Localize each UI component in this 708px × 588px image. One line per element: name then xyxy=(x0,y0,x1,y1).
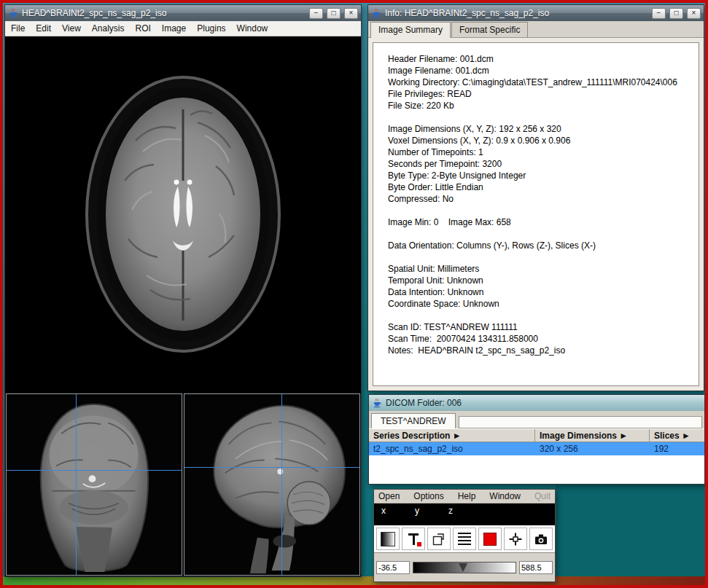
coronal-brain-mri xyxy=(7,394,182,575)
axis-label-z: z xyxy=(448,506,453,516)
coordinate-readout: x y z xyxy=(374,503,555,525)
info-tabbar: Image Summary Format Specific xyxy=(368,21,704,38)
info-line: File Size: 220 Kb xyxy=(388,100,696,111)
maximize-button[interactable]: □ xyxy=(327,8,341,19)
info-line: File Privileges: READ xyxy=(388,88,696,100)
info-line: Data Intention: Unknown xyxy=(388,286,696,298)
menu-options[interactable]: Options xyxy=(413,491,443,501)
camera-button[interactable] xyxy=(529,528,553,550)
tab-format-specific[interactable]: Format Specific xyxy=(451,22,528,37)
image-flip-icon xyxy=(432,532,446,546)
close-button[interactable]: × xyxy=(344,8,358,19)
image-window-titlebar[interactable]: HEAD^BRAINt2_spc_ns_sag_p2_iso − □ × xyxy=(5,5,361,21)
maximize-button[interactable]: □ xyxy=(669,8,683,19)
minimize-button[interactable]: − xyxy=(652,8,666,19)
column-image-dimensions[interactable]: Image Dimensions ► xyxy=(535,429,650,442)
close-button[interactable]: × xyxy=(687,8,701,19)
info-line: Temporal Unit: Unknown xyxy=(388,275,696,286)
series-table-header: Series Description ► Image Dimensions ► … xyxy=(369,428,704,442)
crosshair-horizontal xyxy=(184,467,359,468)
tab-image-summary[interactable]: Image Summary xyxy=(370,22,451,38)
menu-roi[interactable]: ROI xyxy=(136,23,151,34)
info-line xyxy=(388,251,696,263)
info-line: Header Filename: 001.dcm xyxy=(388,53,696,65)
axis-label-y: y xyxy=(415,506,419,516)
text-color-dot xyxy=(417,542,421,546)
menu-analysis[interactable]: Analysis xyxy=(92,23,125,34)
menu-lines-icon xyxy=(458,533,471,545)
menu-window[interactable]: Window xyxy=(489,491,521,501)
info-line: Scan Time: 20070424 134311.858000 xyxy=(388,333,696,345)
paint-color-button[interactable] xyxy=(478,528,502,550)
max-intensity-input[interactable] xyxy=(519,561,553,574)
info-line: Image Min: 0 Image Max: 658 xyxy=(388,216,696,228)
column-slices[interactable]: Slices ► xyxy=(650,429,704,442)
tab-test-andrew[interactable]: TEST^ANDREW xyxy=(371,413,456,428)
image-flip-button[interactable] xyxy=(427,528,451,550)
center-crosshair-icon xyxy=(508,532,523,546)
info-line: Working Directory: C:\imaging\data\TEST_… xyxy=(388,77,696,88)
orthogonal-views xyxy=(5,393,361,576)
center-crosshair-button[interactable] xyxy=(504,528,527,550)
desktop: HEAD^BRAINt2_spc_ns_sag_p2_iso − □ × Fil… xyxy=(0,0,708,588)
menu-file[interactable]: File xyxy=(11,23,25,34)
series-table-empty-area xyxy=(369,455,704,484)
menu-edit[interactable]: Edit xyxy=(36,23,51,34)
info-line xyxy=(388,310,696,321)
menu-open[interactable]: Open xyxy=(378,491,400,501)
intensity-slider[interactable] xyxy=(413,562,516,573)
info-line xyxy=(388,228,696,240)
dicom-tabbar: TEST^ANDREW xyxy=(369,411,704,428)
menu-help[interactable]: Help xyxy=(458,491,476,501)
lut-icon xyxy=(381,532,395,546)
column-series-description[interactable]: Series Description ► xyxy=(369,429,535,442)
info-line: Number of Timepoints: 1 xyxy=(388,146,696,158)
dicom-window-titlebar[interactable]: DICOM Folder: 006 xyxy=(369,395,704,411)
image-window-title: HEAD^BRAINt2_spc_ns_sag_p2_iso xyxy=(22,8,306,18)
info-line: Data Orientation: Columns (Y-), Rows (Z-… xyxy=(388,240,696,251)
toolbar-icon-row xyxy=(374,525,555,553)
info-line xyxy=(388,111,696,123)
menu-window[interactable]: Window xyxy=(237,23,268,34)
tab-filler xyxy=(459,416,702,428)
info-window-title: Info: HEAD^BRAINt2_spc_ns_sag_p2_iso xyxy=(385,8,648,18)
crosshair-horizontal xyxy=(7,470,182,471)
slider-thumb[interactable] xyxy=(459,563,467,572)
menu-image[interactable]: Image xyxy=(162,23,186,34)
info-window-titlebar[interactable]: Info: HEAD^BRAINt2_spc_ns_sag_p2_iso − □… xyxy=(368,5,704,21)
info-line: Compressed: No xyxy=(388,193,696,205)
menu-lines-button[interactable] xyxy=(453,528,476,550)
crosshair-vertical xyxy=(281,394,282,575)
series-row-selected[interactable]: t2_spc_ns_sag_p2_iso 320 x 256 192 xyxy=(369,442,704,455)
text-annotation-button[interactable] xyxy=(402,528,425,550)
desktop-dark-region xyxy=(556,484,705,578)
info-line: Notes: HEAD^BRAIN t2_spc_ns_sag_p2_iso xyxy=(388,345,696,356)
minimize-button[interactable]: − xyxy=(309,8,323,19)
crosshair-vertical xyxy=(76,394,77,575)
sagittal-brain-mri xyxy=(184,394,359,575)
info-line: Scan ID: TEST^ANDREW 111111 xyxy=(388,321,696,333)
axial-view[interactable] xyxy=(5,36,361,393)
info-line: Voxel Dimensions (X, Y, Z): 0.9 x 0.906 … xyxy=(388,135,696,146)
menu-view[interactable]: View xyxy=(62,23,81,34)
camera-icon xyxy=(534,532,548,546)
info-line: Image Dimensions (X, Y, Z): 192 x 256 x … xyxy=(388,123,696,135)
axial-brain-mri xyxy=(81,71,285,357)
info-window: Info: HEAD^BRAINt2_spc_ns_sag_p2_iso − □… xyxy=(367,4,704,391)
java-app-icon xyxy=(372,398,382,408)
dicom-folder-window: DICOM Folder: 006 TEST^ANDREW Series Des… xyxy=(368,394,705,485)
lut-button[interactable] xyxy=(376,528,400,550)
info-line: Byte Order: Little Endian xyxy=(388,181,696,193)
toolbar-menubar: Open Options Help Window Quit xyxy=(374,490,555,503)
paint-color-icon xyxy=(483,533,497,546)
menu-plugins[interactable]: Plugins xyxy=(197,23,225,34)
min-intensity-input[interactable] xyxy=(376,561,410,574)
cell-series-description: t2_spc_ns_sag_p2_iso xyxy=(369,442,535,455)
cell-slices: 192 xyxy=(650,442,704,455)
info-line xyxy=(388,205,696,216)
axis-label-x: x xyxy=(381,506,386,516)
coronal-view[interactable] xyxy=(6,393,182,576)
image-window: HEAD^BRAINt2_spc_ns_sag_p2_iso − □ × Fil… xyxy=(4,4,362,577)
sagittal-view[interactable] xyxy=(184,393,360,576)
menu-quit[interactable]: Quit xyxy=(534,491,551,501)
